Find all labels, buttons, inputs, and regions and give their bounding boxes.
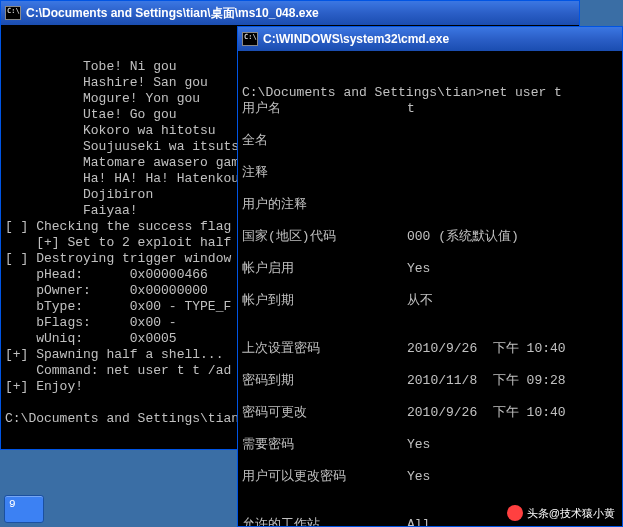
exploit-output-line: Soujuuseki wa itsutsu (5, 139, 247, 154)
taskbar-item-label: 9 (5, 498, 16, 510)
netuser-row: 用户的注释 (242, 197, 618, 213)
netuser-row: 帐户启用Yes (242, 261, 618, 277)
prompt-line: C:\Documents and Settings\tian>net user … (242, 85, 562, 100)
netuser-row: 注释 (242, 165, 618, 181)
netuser-row: 需要密码Yes (242, 437, 618, 453)
exploit-output-line: C:\Documents and Settings\tian (5, 411, 239, 426)
field-value (407, 165, 618, 181)
netuser-row: 用户可以更改密码Yes (242, 469, 618, 485)
netuser-row: 密码可更改2010/9/26 下午 10:40 (242, 405, 618, 421)
watermark: 头条@技术猿小黄 (507, 505, 615, 521)
exploit-output-line: Tobe! Ni gou (5, 59, 177, 74)
field-label: 国家(地区)代码 (242, 229, 407, 245)
field-label: 需要密码 (242, 437, 407, 453)
field-value: 2010/9/26 下午 10:40 (407, 341, 618, 357)
field-label: 帐户到期 (242, 293, 407, 309)
exploit-output-line: wUniq: 0x0005 (5, 331, 177, 346)
exploit-output-line: Faiyaa! (5, 203, 138, 218)
field-label: 全名 (242, 133, 407, 149)
taskbar-item[interactable]: 9 (4, 495, 44, 523)
terminal-front-body: C:\Documents and Settings\tian>net user … (238, 51, 622, 526)
exploit-output-line: pOwner: 0x00000000 (5, 283, 208, 298)
exploit-output-line: bType: 0x00 - TYPE_F (5, 299, 231, 314)
cmd-window[interactable]: C:\WINDOWS\system32\cmd.exe C:\Documents… (237, 26, 623, 527)
field-value: 从不 (407, 293, 618, 309)
field-label: 帐户启用 (242, 261, 407, 277)
field-value (407, 197, 618, 213)
exploit-output-line: pHead: 0x00000466 (5, 267, 208, 282)
netuser-row: 上次设置密码2010/9/26 下午 10:40 (242, 341, 618, 357)
netuser-row: 国家(地区)代码000 (系统默认值) (242, 229, 618, 245)
field-value: Yes (407, 437, 618, 453)
netuser-row: 密码到期2010/11/8 下午 09:28 (242, 373, 618, 389)
field-label: 注释 (242, 165, 407, 181)
cmd-icon (242, 32, 258, 46)
exploit-output-line: [ ] Destroying trigger window (5, 251, 231, 266)
exploit-output-line: Dojibiron (5, 187, 153, 202)
field-value: 000 (系统默认值) (407, 229, 618, 245)
field-value: Yes (407, 261, 618, 277)
exploit-output-line: Hashire! San gou (5, 75, 208, 90)
exploit-output-line: Ha! HA! Ha! Hatenkou (5, 171, 239, 186)
exploit-output-line: [+] Enjoy! (5, 379, 83, 394)
field-label: 用户的注释 (242, 197, 407, 213)
field-label: 用户可以更改密码 (242, 469, 407, 485)
cmd-icon (5, 6, 21, 20)
field-value: t (407, 101, 618, 117)
titlebar-back-text: C:\Documents and Settings\tian\桌面\ms10_0… (26, 5, 575, 22)
netuser-row: 帐户到期从不 (242, 293, 618, 309)
exploit-output-line: bFlags: 0x00 - (5, 315, 177, 330)
exploit-output-line: [+] Spawning half a shell... (5, 347, 223, 362)
field-value: 2010/11/8 下午 09:28 (407, 373, 618, 389)
field-label: 密码到期 (242, 373, 407, 389)
netuser-row: 用户名t (242, 101, 618, 117)
exploit-output-line: Kokoro wa hitotsu (5, 123, 216, 138)
exploit-output-line: [ ] Checking the success flag (5, 219, 231, 234)
field-value: Yes (407, 469, 618, 485)
exploit-output-line: Matomare awasero gamu (5, 155, 247, 170)
field-label: 允许的工作站 (242, 517, 407, 526)
field-value: 2010/9/26 下午 10:40 (407, 405, 618, 421)
titlebar-front[interactable]: C:\WINDOWS\system32\cmd.exe (238, 27, 622, 51)
netuser-row: 全名 (242, 133, 618, 149)
exploit-output-line: Command: net user t t /ad (5, 363, 231, 378)
field-label: 密码可更改 (242, 405, 407, 421)
watermark-text: 头条@技术猿小黄 (527, 506, 615, 521)
exploit-output-line: Mogure! Yon gou (5, 91, 200, 106)
exploit-output-line: [+] Set to 2 exploit half (5, 235, 231, 250)
field-value (407, 133, 618, 149)
field-label: 用户名 (242, 101, 407, 117)
field-label: 上次设置密码 (242, 341, 407, 357)
watermark-avatar-icon (507, 505, 523, 521)
titlebar-back[interactable]: C:\Documents and Settings\tian\桌面\ms10_0… (1, 1, 579, 25)
titlebar-front-text: C:\WINDOWS\system32\cmd.exe (263, 32, 618, 46)
exploit-output-line: Utae! Go gou (5, 107, 177, 122)
